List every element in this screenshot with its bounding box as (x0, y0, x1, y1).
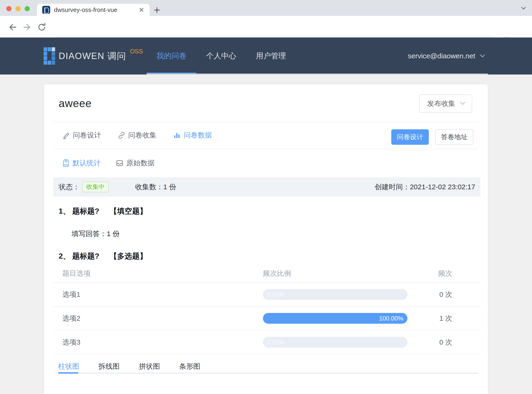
back-icon[interactable] (8, 22, 17, 32)
nav-item-personal-center[interactable]: 个人中心 (196, 37, 246, 74)
freq-value: 0 次 (407, 337, 480, 347)
zoom-window-button[interactable] (25, 6, 30, 11)
table-row: 选项1 0.00% 0 次 (53, 283, 480, 307)
tab-survey-design[interactable]: 问卷设计 (62, 130, 101, 140)
chart-tab-pie[interactable]: 拼状图 (139, 362, 160, 371)
app-header: DIAOWEN 调问 OSS 我的问卷 个人中心 用户管理 service@di… (0, 37, 532, 74)
nav-label: 个人中心 (206, 51, 236, 61)
forward-icon[interactable] (22, 22, 32, 32)
progress-label: 0.00% (267, 291, 285, 298)
tag-icon (62, 159, 70, 167)
brand-badge: OSS (130, 48, 143, 55)
ratio-cell: 0.00% (263, 337, 407, 348)
option-stats-table: 题目选项 频次比例 频次 选项1 0.00% 0 次 选项2 100.00% (53, 265, 480, 354)
favicon (42, 6, 50, 14)
header-freq: 频次 (407, 269, 480, 278)
header-ratio: 频次比例 (263, 269, 407, 278)
reload-icon[interactable] (37, 22, 47, 32)
table-row: 选项2 100.00% 1 次 (53, 307, 480, 331)
nav-item-user-management[interactable]: 用户管理 (246, 37, 296, 74)
nav-item-my-surveys[interactable]: 我的问卷 (147, 37, 196, 74)
inbox-icon (116, 159, 124, 167)
survey-section-tabs: 问卷设计 问卷收集 问卷数据 (62, 122, 212, 149)
status-bar: 状态： 收集中 收集数： 1 份 创建时间： 2021-12-02 23:02:… (53, 177, 480, 197)
progress-bar: 0.00% (263, 337, 407, 348)
subtab-default-stats[interactable]: 默认统计 (62, 158, 101, 168)
subtab-raw-data[interactable]: 原始数据 (116, 158, 154, 168)
header-option: 题目选项 (53, 269, 263, 278)
chart-tabs-active-indicator (58, 372, 78, 374)
tab-label: 问卷收集 (128, 130, 156, 140)
option-label: 选项3 (53, 337, 263, 347)
freq-value: 0 次 (407, 290, 480, 299)
question-text: 题标题? (72, 252, 100, 260)
option-label: 选项1 (53, 290, 263, 299)
status-badge: 收集中 (82, 181, 109, 192)
tab-title: dwsurvey-oss-front-vue (54, 6, 138, 14)
tab-close-icon[interactable] (138, 7, 144, 13)
chart-tab-line[interactable]: 拆线图 (99, 362, 120, 371)
subtab-label: 原始数据 (126, 158, 154, 168)
answer-label: 填写回答： (72, 230, 107, 238)
tab-label: 问卷数据 (184, 130, 212, 140)
progress-bar: 0.00% (263, 289, 407, 300)
subtab-label: 默认统计 (73, 158, 101, 168)
nav-label: 我的问卷 (156, 51, 186, 61)
table-header-row: 题目选项 频次比例 频次 (53, 265, 480, 283)
button-label: 答卷地址 (441, 133, 468, 141)
chevron-down-icon (479, 53, 486, 59)
browser-tab[interactable]: dwsurvey-oss-front-vue (37, 4, 150, 16)
question-type: 【多选题】 (110, 252, 147, 260)
new-tab-button[interactable] (153, 6, 161, 14)
window-controls (0, 0, 35, 16)
tab-survey-collect[interactable]: 问卷收集 (117, 130, 156, 140)
created-time-label: 创建时间： (375, 182, 410, 192)
nav-label: 用户管理 (256, 51, 286, 61)
brand-name: DIAOWEN 调问 (59, 50, 126, 62)
survey-design-button[interactable]: 问卷设计 (391, 129, 429, 145)
survey-card: aweee 发布收集 问卷设计 问卷收集 问卷数据 问卷设计 答卷地址 默认统计… (44, 84, 488, 394)
chart-type-tabs: 柱状图 拆线图 拼状图 条形图 (58, 360, 200, 373)
tab-label: 问卷设计 (73, 130, 101, 140)
chart-tab-hbar[interactable]: 条形图 (179, 362, 200, 371)
brand: DIAOWEN 调问 OSS (59, 37, 143, 74)
table-row: 选项3 0.00% 0 次 (53, 331, 480, 354)
question-type: 【填空题】 (110, 207, 147, 215)
browser-tab-strip: dwsurvey-oss-front-vue (0, 0, 532, 16)
account-dropdown[interactable]: service@diaowen.net (408, 37, 486, 74)
progress-fill: 0.00% (263, 289, 407, 300)
progress-bar: 100.00% (263, 313, 407, 324)
edit-pencil-icon (62, 131, 70, 139)
question-number: 2、 (59, 252, 70, 260)
question-1-title: 1、题标题?【填空题】 (59, 206, 147, 217)
browser-url-bar: localhost:8083/#/dw/survey/d/chart/c98fa… (0, 16, 532, 37)
answer-value: 1 份 (107, 230, 120, 238)
close-window-button[interactable] (6, 6, 11, 11)
chevron-down-icon (459, 101, 466, 106)
tab-survey-data[interactable]: 问卷数据 (173, 130, 212, 140)
ratio-cell: 100.00% (263, 313, 407, 324)
progress-label: 0.00% (267, 339, 285, 346)
publish-collect-select[interactable]: 发布收集 (419, 94, 472, 113)
minimize-window-button[interactable] (16, 6, 21, 11)
publish-select-value: 发布收集 (427, 99, 459, 109)
created-time-value: 2021-12-02 23:02:17 (410, 183, 475, 191)
option-label: 选项2 (53, 314, 263, 323)
question-2-title: 2、题标题?【多选题】 (59, 251, 147, 261)
ratio-cell: 0.00% (263, 289, 407, 300)
button-label: 问卷设计 (397, 133, 423, 141)
bar-chart-icon (173, 131, 181, 139)
brand-logo (44, 47, 55, 65)
answer-url-button[interactable]: 答卷地址 (435, 129, 473, 145)
question-1-answer: 填写回答：1 份 (72, 229, 120, 239)
freq-value: 1 次 (407, 314, 480, 323)
link-icon (117, 131, 126, 139)
progress-fill: 0.00% (263, 337, 407, 348)
tab-search-chevron-icon[interactable] (520, 6, 527, 11)
question-number: 1、 (59, 207, 70, 215)
survey-title: aweee (59, 98, 92, 109)
chart-tab-bar[interactable]: 柱状图 (58, 362, 79, 371)
collect-count-value: 1 份 (163, 182, 176, 192)
collect-count-label: 收集数： (135, 182, 163, 192)
status-label: 状态： (59, 182, 80, 192)
